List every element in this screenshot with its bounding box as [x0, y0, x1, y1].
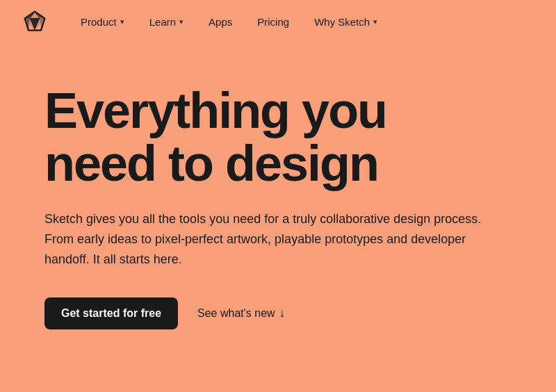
nav-item-learn[interactable]: Learn ▾	[138, 10, 195, 33]
nav-items: Product ▾ Learn ▾ Apps Pricing Why Sketc…	[70, 10, 389, 33]
chevron-down-icon: ▾	[179, 17, 183, 26]
hero-title: Everything you need to design	[44, 85, 475, 190]
logo-icon	[22, 9, 47, 34]
chevron-down-icon: ▾	[120, 17, 124, 26]
chevron-down-icon: ▾	[373, 17, 377, 26]
nav-item-apps[interactable]: Apps	[197, 10, 243, 33]
arrow-down-icon: ↓	[279, 306, 286, 320]
hero-section: Everything you need to design Sketch giv…	[0, 43, 556, 329]
hero-actions: Get started for free See what's new ↓	[44, 297, 512, 329]
nav-item-pricing[interactable]: Pricing	[246, 10, 300, 33]
hero-subtitle: Sketch gives you all the tools you need …	[44, 209, 512, 269]
logo[interactable]	[22, 9, 47, 34]
nav-item-why-sketch[interactable]: Why Sketch ▾	[303, 10, 389, 33]
nav-item-product[interactable]: Product ▾	[70, 10, 136, 33]
main-nav: Product ▾ Learn ▾ Apps Pricing Why Sketc…	[0, 0, 556, 43]
get-started-button[interactable]: Get started for free	[44, 297, 178, 329]
see-whats-new-button[interactable]: See what's new ↓	[197, 306, 286, 320]
